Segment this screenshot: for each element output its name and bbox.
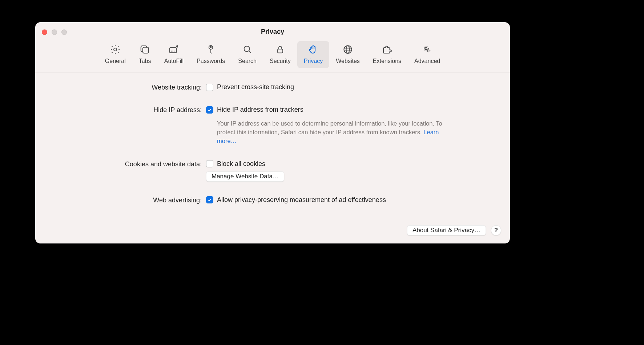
tab-label: Tabs [139,58,151,64]
manage-website-data-button[interactable]: Manage Website Data… [206,171,284,182]
svg-point-7 [210,46,212,47]
tab-label: Privacy [304,58,323,64]
tab-label: Security [270,58,291,64]
svg-point-10 [344,45,351,53]
minimize-window-button[interactable] [52,29,57,35]
tab-label: AutoFill [164,58,184,64]
block-all-cookies-checkbox[interactable] [206,160,213,167]
tab-tabs[interactable]: Tabs [132,41,158,68]
row-website-tracking: Website tracking: Prevent cross-site tra… [53,83,492,91]
privacy-pane: Website tracking: Prevent cross-site tra… [35,72,510,204]
row-web-advertising: Web advertising: Allow privacy-preservin… [53,196,492,204]
tab-label: Extensions [373,58,401,64]
svg-rect-9 [278,49,283,53]
hide-ip-label: Hide IP address: [53,106,206,114]
traffic-lights [42,29,67,35]
preferences-window: Privacy General Tabs AutoFill Password [35,22,510,243]
svg-point-12 [425,48,427,50]
footer: About Safari & Privacy… ? [407,225,501,235]
svg-rect-2 [170,48,177,53]
hand-icon [307,43,319,56]
svg-rect-1 [142,47,148,53]
tab-label: Passwords [197,58,225,64]
tab-label: General [105,58,126,64]
lock-icon [274,43,286,56]
hide-ip-desc-text: Your IP address can be used to determine… [217,120,442,135]
svg-point-5 [174,51,175,51]
zoom-window-button[interactable] [61,29,67,35]
autofill-icon [168,43,180,56]
tab-label: Search [238,58,257,64]
svg-point-0 [114,48,117,51]
block-all-cookies-text: Block all cookies [217,160,265,168]
tab-label: Advanced [414,58,440,64]
globe-icon [342,43,354,56]
gears-icon [421,43,434,56]
prevent-cross-site-tracking-checkbox[interactable] [206,84,213,91]
svg-point-3 [171,51,172,51]
web-advertising-label: Web advertising: [53,196,206,204]
svg-point-13 [428,50,429,51]
svg-point-8 [244,46,249,52]
puzzle-icon [381,43,393,56]
website-tracking-label: Website tracking: [53,83,206,91]
tab-privacy[interactable]: Privacy [297,41,329,68]
tab-autofill[interactable]: AutoFill [158,41,190,68]
svg-point-4 [173,51,173,51]
titlebar: Privacy [35,22,510,41]
hide-ip-option-text: Hide IP address from trackers [217,106,303,114]
help-button[interactable]: ? [491,225,501,235]
tab-label: Websites [336,58,360,64]
hide-ip-description: Your IP address can be used to determine… [217,119,442,146]
row-hide-ip: Hide IP address: Hide IP address from tr… [53,106,492,146]
allow-ad-measurement-checkbox[interactable] [206,196,213,203]
tab-websites[interactable]: Websites [329,41,366,68]
hide-ip-checkbox[interactable] [206,106,213,114]
tab-general[interactable]: General [98,41,132,68]
tab-search[interactable]: Search [232,41,263,68]
close-window-button[interactable] [42,29,47,35]
tab-security[interactable]: Security [263,41,297,68]
tab-extensions[interactable]: Extensions [366,41,408,68]
window-title: Privacy [261,28,284,36]
row-cookies: Cookies and website data: Block all cook… [53,160,492,182]
svg-point-11 [346,45,350,53]
preferences-toolbar: General Tabs AutoFill Passwords Search [35,41,510,72]
prevent-cross-site-tracking-text: Prevent cross-site tracking [217,83,294,91]
search-icon [241,43,254,56]
tab-advanced[interactable]: Advanced [408,41,447,68]
about-safari-privacy-button[interactable]: About Safari & Privacy… [407,225,486,235]
tab-passwords[interactable]: Passwords [190,41,232,68]
key-icon [205,43,217,56]
gear-icon [109,43,121,56]
tabs-icon [139,43,151,56]
cookies-label: Cookies and website data: [53,160,206,168]
allow-ad-measurement-text: Allow privacy-preserving measurement of … [217,196,386,204]
